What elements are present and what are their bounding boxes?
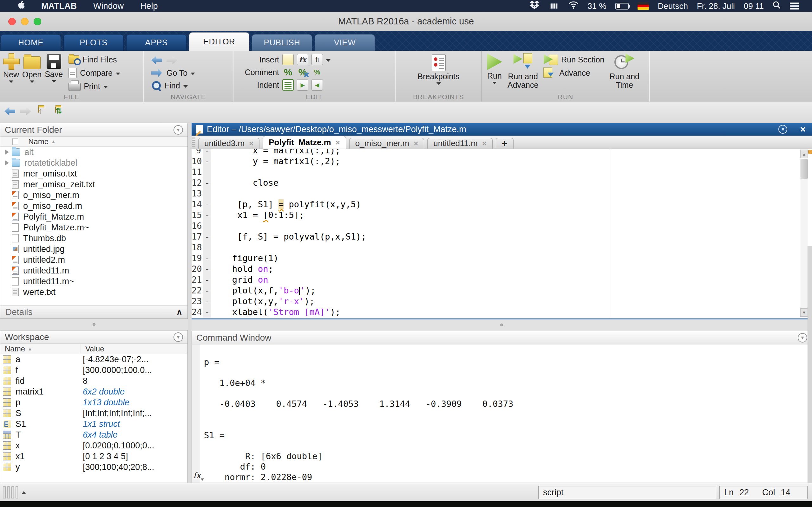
- file-row[interactable]: werte.txt: [0, 287, 188, 297]
- up-one-level-icon[interactable]: ↑: [38, 107, 39, 113]
- file-row[interactable]: Polyfit_Matze.m~: [0, 222, 188, 233]
- workspace-row[interactable]: y[300;100;40;20;8...: [0, 462, 188, 472]
- file-row[interactable]: Polyfit_Matze.m: [0, 211, 188, 222]
- wifi-icon[interactable]: [568, 1, 578, 11]
- run-and-advance-button[interactable]: Run and Advance: [507, 51, 538, 89]
- toolstrip-tab-publish[interactable]: PUBLISH: [252, 34, 312, 51]
- toolstrip-tab-home[interactable]: HOME: [1, 34, 61, 51]
- browse-folder-icon[interactable]: ⇅: [55, 107, 56, 113]
- panel-menu-icon[interactable]: ▼: [173, 125, 183, 135]
- workspace-row[interactable]: x[0.0200;0.1000;0...: [0, 440, 188, 451]
- battery-percentage[interactable]: 31 %: [588, 1, 606, 11]
- file-row[interactable]: Thumbs.db: [0, 233, 188, 244]
- forward-icon[interactable]: [166, 56, 177, 64]
- current-folder-column-header[interactable]: Name ▲: [0, 136, 188, 147]
- run-button[interactable]: Run: [487, 51, 502, 84]
- goto-button[interactable]: Go To: [151, 66, 233, 79]
- run-section-button[interactable]: Run Section: [543, 53, 604, 66]
- keyboard-brightness-icon[interactable]: [548, 2, 560, 10]
- panel-menu-icon[interactable]: ▼: [798, 333, 807, 343]
- toolstrip-tab-plots[interactable]: PLOTS: [63, 34, 124, 51]
- file-row[interactable]: rotateticklabel: [0, 158, 188, 168]
- workspace-row[interactable]: T6x4 table: [0, 429, 188, 440]
- battery-icon[interactable]: [615, 3, 629, 9]
- panel-menu-icon[interactable]: ▼: [173, 332, 183, 342]
- workspace-row[interactable]: p1x13 double: [0, 397, 188, 408]
- compare-button[interactable]: Compare: [68, 66, 120, 79]
- editor-scrollbar[interactable]: ▲ ▼: [800, 150, 808, 317]
- workspace-row[interactable]: a[-4.8243e-07;-2...: [0, 354, 188, 365]
- file-row[interactable]: untitled2.m: [0, 255, 188, 265]
- editor-panel-menu-icon[interactable]: ▼: [778, 125, 787, 134]
- file-row[interactable]: o_miso_read.m: [0, 201, 188, 211]
- tab-bar-grip[interactable]: [192, 137, 195, 147]
- breakpoints-button[interactable]: Breakpoints: [396, 51, 481, 85]
- workspace-row[interactable]: matrix16x2 double: [0, 386, 188, 397]
- find-files-button[interactable]: Find Files: [68, 53, 120, 66]
- toolstrip-tab-apps[interactable]: APPS: [126, 34, 187, 51]
- workspace-row[interactable]: fid8: [0, 376, 188, 386]
- toolstrip-tab-view[interactable]: VIEW: [315, 34, 375, 51]
- workspace-row[interactable]: S[Inf;Inf;Inf;Inf;Inf;...: [0, 408, 188, 418]
- file-row[interactable]: untitled11.m~: [0, 276, 188, 287]
- nav-back-icon[interactable]: [4, 107, 15, 115]
- workspace-row[interactable]: x1[0 1 2 3 4 5]: [0, 451, 188, 462]
- nav-forward-icon[interactable]: [20, 107, 31, 115]
- insert-function-icon[interactable]: fi: [311, 54, 323, 65]
- editor-tab-o_miso_mer-m[interactable]: o_miso_mer.m×: [349, 138, 424, 149]
- uncomment-icon[interactable]: %: [297, 66, 308, 78]
- new-tab-button[interactable]: +: [496, 138, 513, 149]
- save-button[interactable]: Save: [45, 51, 63, 83]
- file-row[interactable]: untitled.jpg: [0, 244, 188, 255]
- close-tab-icon[interactable]: ×: [482, 139, 487, 148]
- file-row[interactable]: untitled11.m: [0, 265, 188, 276]
- workspace-row[interactable]: S11x1 struct: [0, 418, 188, 429]
- file-row[interactable]: mer_omiso.txt: [0, 168, 188, 179]
- german-flag-icon[interactable]: [638, 2, 649, 10]
- comment-row[interactable]: Comment % % %: [239, 66, 395, 78]
- panel-drag-handle[interactable]: [3, 487, 26, 498]
- smart-indent-icon[interactable]: [282, 79, 294, 91]
- editor-close-icon[interactable]: ×: [800, 124, 806, 135]
- workspace-column-header[interactable]: Name ▲ Value: [0, 344, 188, 354]
- insert-row[interactable]: Insert fx fi: [239, 53, 395, 66]
- close-tab-icon[interactable]: ×: [414, 139, 418, 148]
- wrap-comments-icon[interactable]: %: [311, 66, 323, 78]
- left-horizontal-splitter[interactable]: [0, 319, 188, 330]
- menu-date[interactable]: Fr. 28. Juli: [697, 1, 735, 11]
- apple-icon[interactable]: [18, 1, 25, 11]
- advance-button[interactable]: Advance: [543, 66, 604, 79]
- close-tab-icon[interactable]: ×: [336, 138, 340, 147]
- dropbox-icon[interactable]: [530, 1, 539, 12]
- print-button[interactable]: Print: [68, 80, 120, 93]
- workspace-row[interactable]: f[300.0000;100.0...: [0, 365, 188, 376]
- spotlight-icon[interactable]: [773, 1, 781, 11]
- menu-item-window[interactable]: Window: [93, 1, 124, 11]
- open-button[interactable]: Open: [22, 51, 42, 83]
- insert-section-icon[interactable]: [282, 54, 294, 65]
- fx-prompt-icon[interactable]: fx: [193, 470, 201, 480]
- expand-icon[interactable]: [3, 150, 11, 155]
- indent-row[interactable]: Indent ▸ ◂: [239, 78, 395, 91]
- input-language[interactable]: Deutsch: [658, 1, 688, 11]
- menu-item-help[interactable]: Help: [140, 1, 158, 11]
- editor-tab-untitled3-m[interactable]: untitled3.m×: [198, 138, 259, 149]
- file-row[interactable]: o_miso_mer.m: [0, 190, 188, 201]
- menu-app-name[interactable]: MATLAB: [41, 1, 77, 11]
- find-button[interactable]: Find: [151, 79, 233, 92]
- code-editor[interactable]: 9- x = matrix1(:,1);10- y = matrix1(:,2)…: [192, 149, 812, 318]
- editor-command-splitter[interactable]: [192, 320, 812, 331]
- close-tab-icon[interactable]: ×: [249, 139, 253, 148]
- notification-center-icon[interactable]: [790, 3, 799, 9]
- new-button[interactable]: New: [3, 51, 19, 83]
- indent-left-icon[interactable]: ◂: [311, 79, 323, 91]
- details-bar[interactable]: Details ∧: [0, 305, 188, 319]
- back-icon[interactable]: [151, 56, 162, 64]
- command-window-body[interactable]: p = 1.0e+04 * -0.0403 0.4574 -1.4053 1.3…: [192, 344, 812, 483]
- editor-tab-polyfit_matze-m[interactable]: Polyfit_Matze.m×: [263, 136, 346, 149]
- file-row[interactable]: alt: [0, 147, 188, 158]
- toolstrip-tab-editor[interactable]: EDITOR: [189, 32, 249, 51]
- menu-time[interactable]: 09 11: [744, 1, 764, 11]
- insert-fx-icon[interactable]: fx: [297, 54, 308, 65]
- expand-icon[interactable]: [3, 160, 11, 165]
